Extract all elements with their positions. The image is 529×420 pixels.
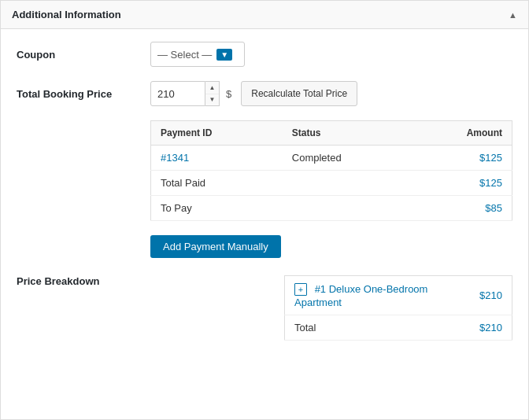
to-pay-row: To Pay $85 <box>151 196 512 221</box>
payment-table-header-row: Payment ID Status Amount <box>151 121 512 146</box>
coupon-row: Coupon — Select — ▼ <box>17 42 512 67</box>
main-container: Additional Information ▲ Coupon — Select… <box>0 0 529 420</box>
breakdown-total-label: Total <box>285 315 471 340</box>
breakdown-item-amount: $210 <box>470 276 512 315</box>
collapse-icon[interactable]: ▲ <box>509 10 517 20</box>
coupon-select[interactable]: — Select — ▼ <box>150 42 245 67</box>
breakdown-total-amount: $210 <box>470 315 512 340</box>
payment-id-link[interactable]: #1341 <box>161 152 189 164</box>
breakdown-item-row: + #1 Deluxe One-Bedroom Apartment $210 <box>285 276 512 315</box>
price-spinner-up[interactable]: ▲ <box>205 82 219 94</box>
price-input[interactable] <box>150 81 205 106</box>
total-paid-row: Total Paid $125 <box>151 171 512 196</box>
payment-status-cell: Completed <box>283 146 410 171</box>
section-body: Coupon — Select — ▼ Total Booking Price … <box>1 29 528 353</box>
total-booking-price-control: ▲ ▼ $ Recalculate Total Price <box>150 81 357 106</box>
to-pay-label: To Pay <box>151 196 410 221</box>
price-breakdown-row: Price Breakdown + #1 Deluxe One-Bedroom … <box>17 275 512 341</box>
coupon-select-text: — Select — <box>157 49 212 61</box>
coupon-select-arrow[interactable]: ▼ <box>216 49 232 61</box>
payment-amount-cell: $125 <box>410 146 512 171</box>
currency-symbol: $ <box>220 81 238 106</box>
breakdown-item-link[interactable]: #1 Deluxe One-Bedroom Apartment <box>294 283 427 308</box>
breakdown-item-cell: + #1 Deluxe One-Bedroom Apartment <box>285 276 471 315</box>
breakdown-total-row: Total $210 <box>285 315 512 340</box>
add-payment-button[interactable]: Add Payment Manually <box>150 235 281 258</box>
coupon-control: — Select — ▼ <box>150 42 245 67</box>
payment-id-cell: #1341 <box>151 146 283 171</box>
coupon-label: Coupon <box>17 49 150 61</box>
payment-table-wrapper: Payment ID Status Amount #1341 Completed… <box>150 120 512 221</box>
payment-table: Payment ID Status Amount #1341 Completed… <box>150 120 512 221</box>
col-payment-id: Payment ID <box>151 121 283 146</box>
total-paid-value: $125 <box>410 171 512 196</box>
section-header: Additional Information ▲ <box>1 1 528 29</box>
table-row: #1341 Completed $125 <box>151 146 512 171</box>
price-spinner-down[interactable]: ▼ <box>205 94 219 106</box>
recalculate-btn[interactable]: Recalculate Total Price <box>241 81 357 106</box>
plus-icon[interactable]: + <box>294 283 307 296</box>
breakdown-table-wrapper: + #1 Deluxe One-Bedroom Apartment $210 T… <box>284 275 512 341</box>
col-amount: Amount <box>410 121 512 146</box>
breakdown-table: + #1 Deluxe One-Bedroom Apartment $210 T… <box>284 275 512 341</box>
total-booking-price-label: Total Booking Price <box>17 88 150 100</box>
total-paid-label: Total Paid <box>151 171 410 196</box>
col-status: Status <box>283 121 410 146</box>
section-title: Additional Information <box>12 9 121 20</box>
price-spinner[interactable]: ▲ ▼ <box>205 81 220 106</box>
add-payment-wrapper: Add Payment Manually <box>150 235 512 258</box>
to-pay-value: $85 <box>410 196 512 221</box>
price-breakdown-label: Price Breakdown <box>17 275 150 287</box>
total-booking-price-row: Total Booking Price ▲ ▼ $ Recalculate To… <box>17 81 512 106</box>
